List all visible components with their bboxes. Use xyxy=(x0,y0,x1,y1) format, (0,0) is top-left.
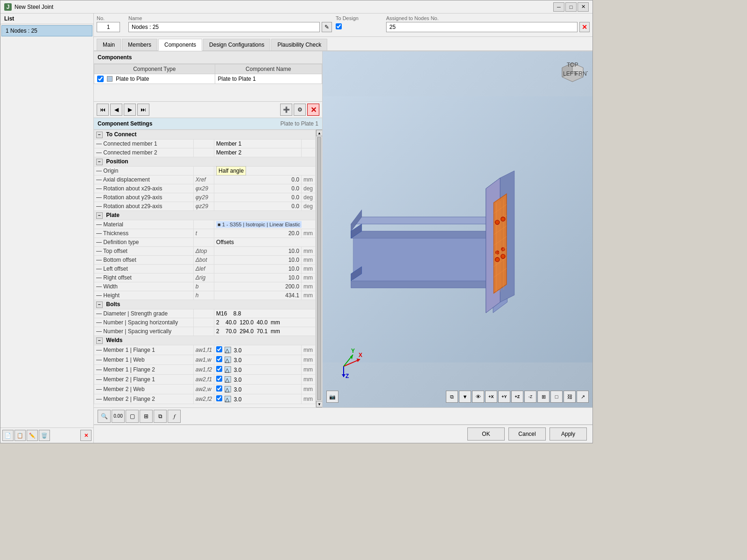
no-section: No. xyxy=(97,15,125,35)
weld-m1w-label: — Member 1 | Web xyxy=(94,355,194,365)
maximize-button[interactable]: □ xyxy=(565,2,577,12)
welds-toggle[interactable]: − xyxy=(96,337,103,344)
comp-settings-title: Component Settings xyxy=(98,120,152,127)
to-connect-toggle[interactable]: − xyxy=(96,132,103,138)
name-input[interactable] xyxy=(128,22,320,32)
list-item[interactable]: 1 Nodes : 25 xyxy=(1,25,92,36)
material-value: ■ 1 - S355 | Isotropic | Linear Elastic xyxy=(214,220,316,229)
weld-m1f1-icon[interactable]: △ xyxy=(225,347,231,353)
tab-main[interactable]: Main xyxy=(97,39,121,50)
tab-components[interactable]: Components xyxy=(158,39,202,51)
bolts-toggle[interactable]: − xyxy=(96,301,103,308)
height-symbol: h xyxy=(193,291,214,300)
nav-next-button[interactable]: ▶ xyxy=(124,104,136,116)
box-bottom-button[interactable]: ▢ xyxy=(126,410,139,423)
weld-m1f1-cell: △ 3.0 xyxy=(214,345,302,355)
to-design-checkbox[interactable] xyxy=(336,23,342,29)
table-row: — Definition type Offsets xyxy=(94,238,316,247)
weld-m1f2-checkbox[interactable] xyxy=(216,366,222,372)
weld-m1f2-symbol: aw1,f2 xyxy=(193,365,214,375)
weld-m2f2-icon[interactable]: △ xyxy=(225,396,231,402)
3d-view[interactable]: TOP LEFT FRNT X xyxy=(323,51,592,407)
left-offset-label: — Left offset xyxy=(94,265,194,273)
weld-m2f1-checkbox[interactable] xyxy=(216,376,222,382)
plate-toggle[interactable]: − xyxy=(96,212,103,219)
scroll-up-button[interactable]: ▲ xyxy=(316,130,322,136)
assigned-input[interactable] xyxy=(386,22,578,32)
rot-x-value: 0.0 xyxy=(214,184,302,193)
camera-button[interactable]: 📷 xyxy=(326,391,338,403)
nav-prev-button[interactable]: ◀ xyxy=(110,104,122,116)
search-bottom-button[interactable]: 🔍 xyxy=(98,410,111,423)
cancel-button[interactable]: Cancel xyxy=(508,427,546,441)
weld-m2f1-icon[interactable]: △ xyxy=(225,376,231,383)
window-title: New Steel Joint xyxy=(14,4,550,10)
close-list-button[interactable]: ✕ xyxy=(80,430,92,441)
x-axis-button[interactable]: +X xyxy=(485,391,497,403)
nav-first-button[interactable]: ⏮ xyxy=(97,104,109,116)
name-edit-button[interactable]: ✎ xyxy=(322,22,332,32)
table-row: — Left offset Δlef 10.0 mm xyxy=(94,265,316,273)
left-offset-symbol: Δlef xyxy=(193,265,214,273)
origin-dropdown[interactable]: Half angle xyxy=(216,166,246,175)
copy-view-button[interactable]: ⧉ xyxy=(446,391,458,403)
component-table-wrap: Component Type Component Name xyxy=(94,64,322,101)
weld-m2f1-unit: mm xyxy=(302,375,316,385)
iz-button[interactable]: -Z xyxy=(524,391,536,403)
weld-m1f2-icon[interactable]: △ xyxy=(225,366,231,373)
ok-button[interactable]: OK xyxy=(467,427,505,441)
bottom-toolbar: 🔍 0.00 ▢ ⊞ ⧉ 𝑓 xyxy=(94,407,592,424)
position-toggle[interactable]: − xyxy=(96,159,103,165)
bolt-horiz-label: — Number | Spacing horizontally xyxy=(94,318,194,327)
export-button[interactable]: ↗ xyxy=(577,391,589,403)
weld-m2w-checkbox[interactable] xyxy=(216,385,222,392)
add-component-button[interactable]: ➕ xyxy=(280,104,292,116)
apply-button[interactable]: Apply xyxy=(550,427,587,441)
tab-members[interactable]: Members xyxy=(122,39,157,50)
dialog-footer: OK Cancel Apply xyxy=(94,424,592,443)
settings-scrollbar[interactable]: ▲ ▼ xyxy=(316,130,322,407)
layers-button[interactable]: ⧉ xyxy=(154,410,167,423)
add-list-button[interactable]: 📄 xyxy=(2,430,14,441)
delete-component-button[interactable]: ✕ xyxy=(307,104,319,116)
weld-m1w-checkbox[interactable] xyxy=(216,356,222,362)
settings-bottom-button[interactable]: 𝑓 xyxy=(168,410,181,423)
scroll-down-button[interactable]: ▼ xyxy=(316,401,322,407)
copy-dropdown-button[interactable]: ▼ xyxy=(459,391,471,403)
tab-design-configs[interactable]: Design Configurations xyxy=(203,39,270,50)
table-row: — Member 2 | Web aw2,w △ 3.0 mm xyxy=(94,385,316,394)
weld-m1w-icon[interactable]: △ xyxy=(225,357,231,363)
decimal-button[interactable]: 0.00 xyxy=(112,410,125,423)
main-window: J New Steel Joint ─ □ ✕ List 1 Nodes : 2… xyxy=(0,0,593,443)
bolt-horiz-symbol xyxy=(193,318,214,327)
settings-component-button[interactable]: ⚙ xyxy=(294,104,306,116)
close-button[interactable]: ✕ xyxy=(578,2,589,12)
section-welds-header: − Welds xyxy=(94,336,316,345)
row-checkbox[interactable] xyxy=(97,76,104,82)
rename-list-button[interactable]: ✏️ xyxy=(27,430,38,441)
weld-m1w-symbol: aw1,w xyxy=(193,355,214,365)
rot-z-symbol: φz29 xyxy=(193,202,214,211)
plate-label: Plate xyxy=(106,212,120,218)
frame-button[interactable]: ⊞ xyxy=(537,391,550,403)
grid-button[interactable]: ⊞ xyxy=(140,410,153,423)
cube-navigator[interactable]: TOP LEFT FRNT xyxy=(557,56,588,88)
link-button[interactable]: ⛓ xyxy=(564,391,576,403)
assigned-clear-button[interactable]: ✕ xyxy=(579,22,590,32)
scroll-thumb[interactable] xyxy=(317,137,321,400)
no-input[interactable] xyxy=(97,22,120,32)
nav-last-button[interactable]: ⏭ xyxy=(137,104,149,116)
copy-list-button[interactable]: 📋 xyxy=(14,430,26,441)
weld-m2w-icon[interactable]: △ xyxy=(225,386,231,392)
minimize-button[interactable]: ─ xyxy=(553,2,564,12)
z-axis-button[interactable]: +Z xyxy=(511,391,523,403)
y-axis-button[interactable]: +Y xyxy=(498,391,510,403)
delete-list-button[interactable]: 🗑️ xyxy=(39,430,50,441)
weld-m1f1-checkbox[interactable] xyxy=(216,346,222,352)
svg-point-29 xyxy=(501,217,505,221)
settings-scroll[interactable]: − To Connect — Connected member 1 Member… xyxy=(94,130,316,407)
weld-m2f2-checkbox[interactable] xyxy=(216,395,222,401)
box-mode-button[interactable]: □ xyxy=(550,391,563,403)
eye-button[interactable]: 👁 xyxy=(472,391,484,403)
tab-plausibility[interactable]: Plausibility Check xyxy=(271,39,327,50)
